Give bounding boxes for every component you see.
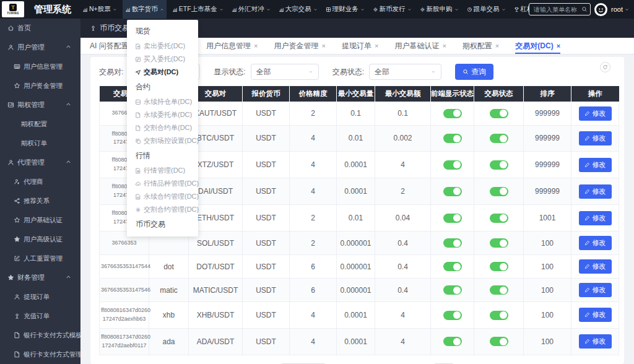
sidebar-item[interactable]: 代理管理	[0, 153, 80, 172]
trade-status-toggle[interactable]	[490, 238, 508, 248]
edit-button[interactable]: 修改	[579, 131, 612, 145]
trade-status-toggle[interactable]	[490, 109, 508, 118]
edit-button[interactable]: 修改	[579, 334, 612, 349]
pair: DOT/USDT	[189, 255, 243, 279]
dropdown-item[interactable]: 交割合约单(DC)	[127, 121, 198, 134]
sidebar-item[interactable]: 提现订单	[0, 287, 80, 306]
sidebar-item[interactable]: 首页	[0, 19, 80, 38]
quote-currency: USDT	[243, 328, 290, 355]
grid-icon	[326, 7, 331, 12]
edit-button[interactable]: 修改	[579, 184, 612, 199]
edit-button[interactable]: 修改	[579, 106, 612, 121]
query-button-label: 查询	[471, 67, 486, 77]
sidebar-item[interactable]: 用户基础认证	[0, 210, 80, 230]
sidebar-item[interactable]: 银行卡支付方式模板	[0, 326, 80, 345]
topnav-item[interactable]: 外汇对冲	[229, 0, 273, 19]
tab[interactable]: 用户基础认证×	[394, 38, 446, 54]
trade-status-toggle[interactable]	[490, 214, 508, 223]
dropdown-group: 现货 卖出委托(DC)买入委托(DC)交易对(DC)	[127, 23, 198, 79]
topnav-item[interactable]: N+股票	[80, 0, 119, 19]
topnav-item[interactable]: ETF上市基金	[170, 0, 226, 19]
display-status-toggle[interactable]	[443, 238, 462, 248]
display-status-toggle[interactable]	[443, 134, 462, 143]
sidebar-item[interactable]: 财务管理	[0, 268, 80, 287]
dropdown-item[interactable]: 永续持仓单(DC)	[127, 95, 198, 108]
dropdown-item[interactable]: 交割合约管理(DC)	[127, 203, 198, 216]
sidebar-item[interactable]: 期权管理	[0, 95, 80, 115]
edit-button[interactable]: 修改	[579, 236, 612, 250]
trade-status-toggle[interactable]	[490, 285, 508, 295]
sidebar-item[interactable]: 充值订单	[0, 306, 80, 326]
sidebar-item[interactable]: 代理商	[0, 172, 80, 191]
topnav-item[interactable]: 跟单交易	[464, 0, 508, 19]
display-status-select[interactable]: 全部	[251, 64, 319, 80]
close-icon[interactable]: ×	[557, 43, 560, 50]
display-status-toggle[interactable]	[443, 337, 462, 346]
close-icon[interactable]: ×	[495, 43, 499, 50]
close-icon[interactable]: ×	[442, 43, 446, 50]
display-status-toggle[interactable]	[443, 160, 462, 170]
trade-status-toggle[interactable]	[490, 262, 508, 271]
refresh-icon	[602, 64, 608, 70]
trade-status-toggle[interactable]	[490, 134, 508, 143]
dropdown-item[interactable]: 行情品种管理(DC)	[127, 177, 198, 190]
trade-status-toggle[interactable]	[490, 311, 508, 320]
chevron-down-icon	[308, 69, 313, 74]
edit-button[interactable]: 修改	[579, 283, 612, 297]
dropdown-item[interactable]: 交割场控设置(DC)	[127, 134, 198, 147]
topnav-item[interactable]: 理财业务	[323, 0, 367, 19]
close-icon[interactable]: ×	[375, 43, 378, 50]
query-button[interactable]: 查询	[455, 64, 493, 80]
frame-icon	[135, 99, 141, 105]
dropdown-item[interactable]: 买入委托(DC)	[127, 53, 198, 66]
dropdown-item[interactable]: 行情管理(DC)	[127, 164, 198, 177]
trade-status-toggle[interactable]	[490, 187, 508, 196]
subnav-label: 币币交易	[100, 23, 129, 33]
trade-status-toggle[interactable]	[490, 337, 508, 346]
avatar[interactable]	[594, 3, 607, 16]
trade-status-toggle[interactable]	[490, 160, 508, 170]
tab[interactable]: 用户资金管理×	[274, 38, 326, 54]
display-status-toggle[interactable]	[443, 311, 462, 320]
display-status-toggle[interactable]	[443, 214, 462, 223]
quote-currency: USDT	[243, 279, 290, 302]
edit-button[interactable]: 修改	[579, 158, 612, 172]
sidebar-item[interactable]: 期权订单	[0, 134, 80, 153]
edit-button[interactable]: 修改	[579, 259, 612, 274]
sidebar-item[interactable]: 用户管理	[0, 38, 80, 57]
tab[interactable]: 交易对(DC)×	[515, 38, 560, 54]
dropdown-item[interactable]: 卖出委托(DC)	[127, 40, 198, 53]
user-menu[interactable]: root	[611, 6, 629, 13]
sidebar-item[interactable]: 推荐关系	[0, 191, 80, 210]
sidebar-item[interactable]: 银行卡支付方式管理	[0, 345, 80, 364]
trade-id: 3676635353147546	[101, 286, 147, 295]
edit-button[interactable]: 修改	[579, 211, 612, 225]
dropdown-item[interactable]: 永续委托单(DC)	[127, 108, 198, 121]
sidebar-item[interactable]: 用户资金管理	[0, 76, 80, 95]
refresh-button[interactable]	[600, 62, 610, 72]
sidebar-item[interactable]: 用户高级认证	[0, 230, 80, 249]
dropdown-item[interactable]: 交易对(DC)	[127, 66, 198, 79]
tab[interactable]: 用户信息管理×	[206, 38, 258, 54]
topnav-item[interactable]: 新股申购	[417, 0, 461, 19]
close-icon[interactable]: ×	[322, 43, 326, 50]
display-status-toggle[interactable]	[443, 109, 462, 118]
cloud-icon	[135, 181, 141, 187]
tab[interactable]: 提现订单×	[342, 38, 378, 54]
sidebar-item[interactable]: 用户信息管理	[0, 57, 80, 76]
topnav-item[interactable]: 大宗交易	[276, 0, 320, 19]
sidebar-item[interactable]: 期权配置	[0, 115, 80, 134]
topnav-item[interactable]: 新币发行	[370, 0, 414, 19]
topnav-item[interactable]: 数字货币	[123, 0, 167, 19]
edit-button[interactable]: 修改	[579, 308, 612, 322]
close-icon[interactable]: ×	[254, 43, 258, 50]
dropdown-item[interactable]: 永续合约管理(DC)	[127, 190, 198, 203]
sidebar-item[interactable]: 人工重置管理	[0, 249, 80, 268]
display-status-toggle[interactable]	[443, 187, 462, 196]
brand-text: TURING	[7, 12, 19, 15]
topnav-item[interactable]: 杠杆交易	[511, 0, 529, 19]
tab[interactable]: 期权配置×	[462, 38, 499, 54]
display-status-toggle[interactable]	[443, 262, 462, 271]
display-status-toggle[interactable]	[443, 285, 462, 295]
trade-status-select[interactable]: 全部	[369, 64, 441, 80]
